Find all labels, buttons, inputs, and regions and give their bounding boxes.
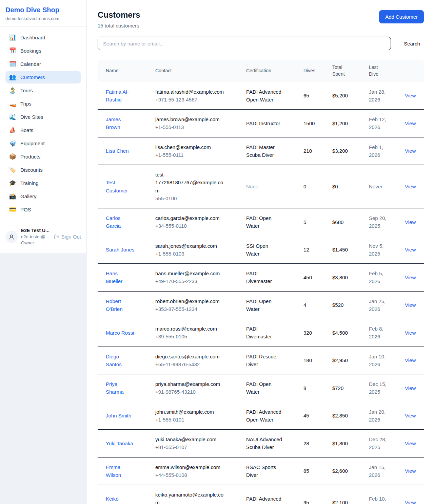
sign-out-button[interactable]: Sign Out: [54, 234, 81, 240]
user-role: Owner: [21, 240, 51, 246]
customer-total-spent: $2,600: [332, 457, 369, 485]
customer-name-link[interactable]: Yuki Tanaka: [106, 440, 133, 447]
table-row: Robert O'Brien robert.obrien@example.com…: [98, 291, 424, 319]
customer-name-link[interactable]: Hans Mueller: [106, 269, 135, 285]
table-row: Sarah Jones sarah.jones@example.com +1-5…: [98, 236, 424, 264]
sidebar-item-bookings[interactable]: 📅 Bookings: [5, 44, 81, 57]
add-customer-button[interactable]: Add Customer: [379, 10, 424, 23]
view-link[interactable]: View: [405, 441, 416, 446]
column-header-last-dive: Last Dive: [369, 60, 405, 82]
customer-last-dive: Sep 20, 2025: [369, 214, 389, 230]
view-link[interactable]: View: [405, 330, 416, 336]
sidebar-item-tours[interactable]: 🏝️ Tours: [5, 84, 81, 97]
search-input[interactable]: [98, 37, 391, 50]
customer-name-link[interactable]: Sarah Jones: [106, 246, 134, 254]
sidebar-item-dashboard[interactable]: 📊 Dashboard: [5, 31, 81, 44]
customer-last-dive: Nov 5, 2025: [369, 242, 389, 258]
customer-dives: 65: [303, 82, 332, 110]
customer-dives: 1500: [303, 110, 332, 137]
sidebar-item-calendar[interactable]: 🗓️ Calendar: [5, 58, 81, 70]
view-link[interactable]: View: [405, 302, 416, 308]
customer-name-link[interactable]: Emma Wilson: [106, 463, 135, 479]
user-icon: [8, 234, 15, 240]
customer-phone: 555-0100: [155, 194, 241, 202]
customer-name-link[interactable]: Lisa Chen: [106, 147, 129, 155]
customer-total-spent: $0: [332, 165, 369, 208]
column-header-actions: [405, 60, 424, 82]
view-link[interactable]: View: [405, 413, 416, 418]
customer-dives: 28: [303, 430, 332, 458]
sign-out-label: Sign Out: [61, 234, 81, 240]
customer-phone: +49-170-555-2233: [155, 277, 241, 285]
sidebar-item-dive-sites[interactable]: 🌊 Dive Sites: [5, 111, 81, 123]
table-row: Carlos Garcia carlos.garcia@example.com …: [98, 208, 424, 236]
customer-phone: +971-55-123-4567: [155, 96, 241, 104]
calendar-icon: 📅: [9, 48, 16, 54]
customer-certification: BSAC Sports Diver: [246, 463, 282, 479]
customer-total-spent: $2,850: [332, 402, 369, 430]
sidebar-item-pos[interactable]: 💳 POS: [5, 203, 81, 216]
customer-name-link[interactable]: James Brown: [106, 115, 135, 131]
customer-last-dive: Jan 10, 2026: [369, 353, 389, 369]
credit-card-icon: 💳: [9, 207, 16, 212]
customer-name-link[interactable]: Carlos Garcia: [106, 214, 135, 230]
customer-name-link[interactable]: Robert O'Brien: [106, 297, 135, 313]
customer-name-link[interactable]: John Smith: [106, 412, 131, 419]
search-button[interactable]: Search: [400, 38, 424, 49]
user-name: E2E Test U...: [21, 228, 51, 233]
customer-name-link[interactable]: Fatima Al-Rashid: [106, 88, 135, 104]
view-link[interactable]: View: [405, 468, 416, 474]
column-header-total-spent: Total Spent: [332, 60, 369, 82]
customer-name-link[interactable]: Keiko Yamamoto: [106, 495, 135, 504]
sidebar-item-label: Discounts: [20, 167, 43, 173]
customer-certification: None: [246, 183, 282, 190]
table-row: James Brown james.brown@example.com +1-5…: [98, 110, 424, 137]
customer-name-link[interactable]: Diego Santos: [106, 353, 135, 369]
view-link[interactable]: View: [405, 93, 416, 98]
page-title: Customers: [98, 10, 140, 20]
customer-certification: PADI Divemaster: [246, 325, 282, 341]
sidebar-item-trips[interactable]: 🚤 Trips: [5, 97, 81, 110]
customer-email: hans.mueller@example.com: [155, 269, 226, 277]
sidebar-item-products[interactable]: 📦 Products: [5, 150, 81, 163]
sidebar-item-training[interactable]: 🎓 Training: [5, 177, 81, 189]
customer-email: john.smith@example.com: [155, 408, 226, 416]
column-header-certification: Certification: [246, 60, 303, 82]
customer-dives: 12: [303, 236, 332, 264]
view-link[interactable]: View: [405, 184, 416, 189]
sidebar-item-label: POS: [20, 207, 31, 212]
view-link[interactable]: View: [405, 275, 416, 280]
customer-email: priya.sharma@example.com: [155, 380, 226, 388]
customer-last-dive: Jan 20, 2026: [369, 408, 389, 424]
view-link[interactable]: View: [405, 357, 416, 363]
sidebar-item-equipment[interactable]: 🤿 Equipment: [5, 137, 81, 150]
customer-phone: +81-555-0107: [155, 443, 241, 451]
customer-certification: PADI Advanced Open Water: [246, 408, 282, 424]
view-link[interactable]: View: [405, 219, 416, 225]
customer-name-link[interactable]: Priya Sharma: [106, 380, 135, 396]
sidebar-item-boats[interactable]: ⛵ Boats: [5, 124, 81, 136]
sidebar-item-customers[interactable]: 👥 Customers: [5, 71, 81, 83]
sidebar-item-discounts[interactable]: 🏷️ Discounts: [5, 164, 81, 176]
view-link[interactable]: View: [405, 500, 416, 504]
customer-email: lisa.chen@example.com: [155, 143, 226, 151]
customer-email: yuki.tanaka@example.com: [155, 435, 226, 443]
table-row: Fatima Al-Rashid fatima.alrashid@example…: [98, 82, 424, 110]
view-link[interactable]: View: [405, 120, 416, 126]
view-link[interactable]: View: [405, 148, 416, 154]
customer-total-spent: $3,200: [332, 137, 369, 165]
view-link[interactable]: View: [405, 385, 416, 391]
customer-email: fatima.alrashid@example.com: [155, 88, 226, 96]
customer-name-link[interactable]: Marco Rossi: [106, 329, 134, 337]
user-section: E2E Test U... e2e-tester@... Owner Sign …: [0, 222, 86, 253]
customer-email: robert.obrien@example.com: [155, 297, 226, 305]
sidebar-item-gallery[interactable]: 📸 Gallery: [5, 190, 81, 203]
customer-dives: 85: [303, 457, 332, 485]
customer-name-link[interactable]: Test Customer: [106, 179, 135, 194]
view-link[interactable]: View: [405, 247, 416, 253]
column-header-dives: Dives: [303, 60, 332, 82]
brand: Demo Dive Shop demo.test.divestreams.com: [0, 0, 86, 26]
customer-phone: +55-11-99876-5432: [155, 360, 241, 368]
customer-total-spent: $1,200: [332, 110, 369, 137]
spiral-calendar-icon: 🗓️: [9, 61, 16, 67]
